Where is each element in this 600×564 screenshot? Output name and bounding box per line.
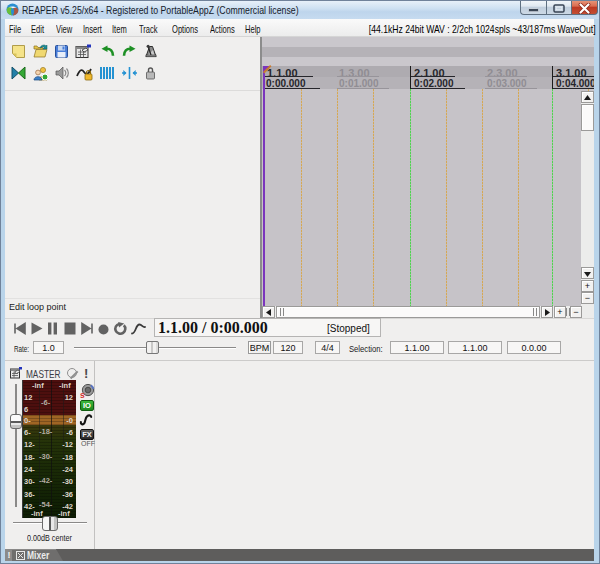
svg-text:s: s xyxy=(80,390,85,398)
